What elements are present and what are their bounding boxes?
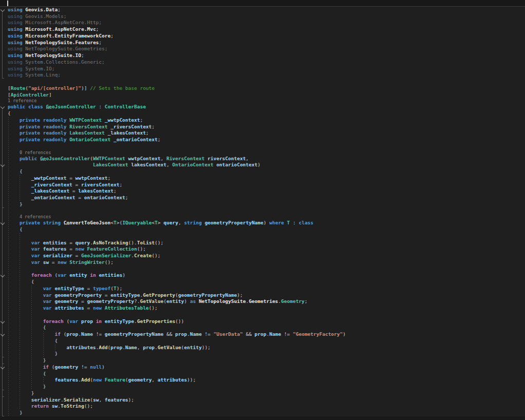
code-line[interactable]: }	[0, 390, 525, 397]
code-line[interactable]: var entities = query.AsNoTracking().ToLi…	[0, 240, 525, 246]
code-line[interactable]: private readonly LakesContext _lakesCont…	[0, 130, 525, 137]
code-area[interactable]: using Geovis.Data;using Geovis.Models;us…	[0, 0, 525, 420]
code-line[interactable]	[0, 0, 525, 7]
code-line[interactable]	[0, 312, 525, 318]
code-line[interactable]: }	[0, 351, 525, 357]
codelens-row[interactable]: 1 reference	[0, 98, 525, 104]
code-line[interactable]: using Microsoft.AspNetCore.Mvc;	[0, 26, 525, 33]
code-line[interactable]: if (geometry != null)	[0, 364, 525, 371]
code-line[interactable]: public GeoJsonController(WWTPContext wwt…	[0, 156, 525, 162]
code-line[interactable]: var entityType = typeof(T);	[0, 285, 525, 292]
code-line[interactable]: LakesContext lakesContext, OntarioContex…	[0, 162, 525, 168]
code-line[interactable]	[0, 79, 525, 85]
code-line[interactable]: using System.Linq;	[0, 72, 525, 79]
code-line[interactable]: using Geovis.Models;	[0, 13, 525, 20]
code-line[interactable]: {	[0, 338, 525, 345]
code-line[interactable]: features.Add(new Feature(geometry, attri…	[0, 377, 525, 384]
code-line[interactable]: {	[0, 226, 525, 233]
code-line[interactable]: _wwtpContext = wwtpContext;	[0, 175, 525, 182]
bottom-edge-strip	[0, 416, 525, 420]
code-line[interactable]: using Geovis.Data;	[0, 7, 525, 13]
code-line[interactable]: _riversContext = riversContext;	[0, 182, 525, 188]
codelens-row[interactable]: 4 references	[0, 214, 525, 220]
code-line[interactable]: return sw.ToString();	[0, 403, 525, 410]
code-line[interactable]: var sw = new StringWriter();	[0, 259, 525, 266]
code-line[interactable]: private readonly OntarioContext _ontario…	[0, 137, 525, 143]
editor-viewport: using Geovis.Data;using Geovis.Models;us…	[0, 0, 525, 420]
code-line[interactable]: }	[0, 357, 525, 364]
code-line[interactable]: attributes.Add(prop.Name, prop.GetValue(…	[0, 345, 525, 351]
code-line[interactable]: using NetTopologySuite.Geometries;	[0, 46, 525, 52]
code-line[interactable]: private readonly RiversContext _riversCo…	[0, 124, 525, 130]
code-line[interactable]: foreach (var prop in entityType.GetPrope…	[0, 318, 525, 325]
codelens-reference-link[interactable]: 0 references	[8, 150, 51, 155]
code-line[interactable]: _ontarioContext = ontarioContext;	[0, 195, 525, 201]
code-line[interactable]: private string ConvertToGeoJson<T>(IQuer…	[0, 220, 525, 226]
code-line[interactable]: if (prop.Name != geometryPropertyName &&…	[0, 331, 525, 338]
code-line[interactable]: var geometryProperty = entityType.GetPro…	[0, 292, 525, 299]
code-line[interactable]: using NetTopologySuite.Features;	[0, 40, 525, 46]
code-line[interactable]: public class GeoJsonController : Control…	[0, 104, 525, 110]
code-line[interactable]	[0, 143, 525, 150]
text-cursor	[7, 1, 8, 6]
code-line[interactable]: var attributes = new AttributesTable();	[0, 305, 525, 312]
code-line[interactable]: _lakesContext = lakesContext;	[0, 188, 525, 195]
code-line[interactable]: using NetTopologySuite.IO;	[0, 52, 525, 59]
code-line[interactable]: using System.Collections.Generic;	[0, 59, 525, 66]
code-line[interactable]: using Microsoft.AspNetCore.Http;	[0, 20, 525, 26]
code-line[interactable]: {	[0, 168, 525, 175]
code-line[interactable]: [Route("api/[controller]")] // Sets the …	[0, 85, 525, 92]
code-line[interactable]	[0, 266, 525, 273]
code-line[interactable]	[0, 233, 525, 240]
codelens-row[interactable]: 0 references	[0, 150, 525, 156]
code-line[interactable]: var geometry = geometryProperty?.GetValu…	[0, 298, 525, 305]
code-line[interactable]: var serializer = GeoJsonSerializer.Creat…	[0, 253, 525, 259]
code-line[interactable]: var features = new FeatureCollection();	[0, 246, 525, 253]
code-line[interactable]: {	[0, 371, 525, 377]
code-line[interactable]: }	[0, 384, 525, 390]
codelens-reference-link[interactable]: 1 reference	[8, 98, 36, 103]
code-line[interactable]	[0, 208, 525, 215]
code-line[interactable]: foreach (var entity in entities)	[0, 272, 525, 279]
code-line[interactable]: {	[0, 324, 525, 331]
code-line[interactable]: {	[0, 110, 525, 117]
code-line[interactable]: }	[0, 201, 525, 208]
code-line[interactable]: [ApiController]	[0, 92, 525, 99]
code-line[interactable]: {	[0, 279, 525, 285]
code-line[interactable]: using Microsoft.EntityFrameworkCore;	[0, 33, 525, 40]
code-line[interactable]: serializer.Serialize(sw, features);	[0, 397, 525, 404]
code-line[interactable]: }	[0, 410, 525, 416]
code-line[interactable]: private readonly WWTPContext _wwtpContex…	[0, 117, 525, 124]
codelens-reference-link[interactable]: 4 references	[8, 214, 51, 219]
code-line[interactable]: using System.IO;	[0, 66, 525, 72]
